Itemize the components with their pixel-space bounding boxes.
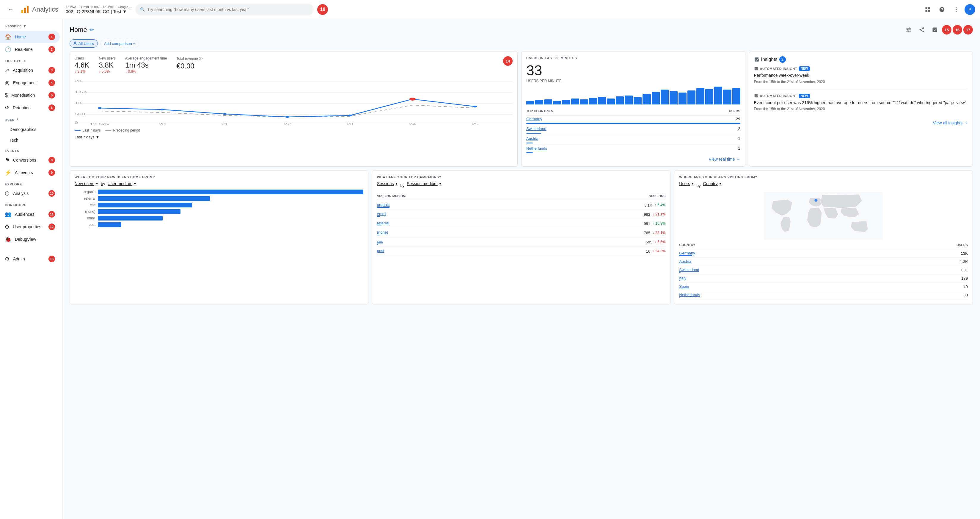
breadcrumb: 181WATT GmbH > 002 - 121WATT Google ... (66, 5, 132, 9)
home-icon: 🏠 (5, 34, 11, 40)
sidebar-item-userprops[interactable]: ⊙ User properties 12 (0, 220, 60, 233)
badge-15: 15 (942, 25, 951, 35)
help-icon[interactable] (936, 3, 948, 16)
svg-point-28 (160, 109, 164, 110)
search-icon: 🔍 (140, 7, 145, 11)
campaign-medium[interactable]: cpc (377, 239, 383, 244)
sidebar-badge-acquisition: 3 (48, 67, 55, 73)
sidebar-item-realtime[interactable]: 🕐 Real-time 2 (0, 43, 60, 56)
acquisition-icon: ↗ (5, 67, 9, 73)
page-title: Home ✏ (70, 26, 94, 34)
customize-icon[interactable] (903, 24, 915, 36)
content-area: Home ✏ 15 16 17 A All (62, 19, 980, 519)
svg-point-29 (223, 113, 227, 115)
grid-icon[interactable] (922, 3, 934, 16)
avatar[interactable]: P (964, 4, 975, 15)
realtime-bar (723, 89, 731, 104)
geo-country[interactable]: Switzerland (679, 268, 699, 272)
insights-toggle-icon[interactable] (929, 24, 941, 36)
view-all-insights-link[interactable]: View all insights → (754, 121, 968, 125)
new-users-dropdown[interactable]: New users ▼ by User medium ▼ (75, 181, 363, 186)
sidebar-item-demographics[interactable]: Demographics (0, 124, 60, 135)
country-name[interactable]: Austria (526, 136, 538, 141)
page-edit-icon[interactable]: ✏ (89, 27, 94, 33)
userprops-icon: ⊙ (5, 224, 9, 230)
bar-fill (98, 216, 163, 220)
realtime-card: USERS IN LAST 30 MINUTES 33 USERS PER MI… (521, 51, 745, 167)
sidebar-item-acquisition[interactable]: ↗ Acquisition 3 (0, 64, 60, 77)
campaign-change: ↓ 5.5% (655, 240, 666, 244)
bar-label: (none) (75, 209, 95, 214)
countries-table: TOP COUNTRIES USERS Germany 29 Switzerla… (526, 109, 740, 153)
all-users-filter[interactable]: A All Users (70, 39, 98, 48)
sidebar-item-monetisation[interactable]: $ Monetisation 5 (0, 89, 60, 102)
campaign-medium[interactable]: email (377, 212, 386, 216)
bar-track (98, 216, 363, 220)
search-input[interactable] (147, 7, 309, 12)
campaign-medium[interactable]: (none) (377, 230, 388, 235)
sidebar-item-retention[interactable]: ↺ Retention 6 (0, 102, 60, 114)
sidebar-item-home[interactable]: 🏠 Home 1 (0, 30, 60, 43)
new-users-bar-row: referral (75, 196, 363, 201)
geo-country[interactable]: Netherlands (679, 292, 700, 297)
sidebar-badge-user: 7 (17, 118, 22, 123)
campaign-medium[interactable]: referral (377, 221, 389, 225)
campaign-medium[interactable]: organic (377, 202, 390, 207)
chart-period-selector[interactable]: Last 7 days ▼ (75, 135, 512, 139)
property-selector[interactable]: 002 | G-2P3NL95LCG | Test ▼ (66, 9, 132, 14)
reporting-dropdown[interactable]: Reporting ▼ (0, 21, 62, 30)
sidebar-item-analysis[interactable]: ⬡ Analysis 10 (0, 187, 60, 200)
session-medium-dropdown[interactable]: Session medium ▼ (407, 181, 442, 186)
sidebar-item-conversions[interactable]: ⚑ Conversions 8 (0, 154, 60, 166)
app-logo: Analytics (20, 5, 58, 14)
users-dropdown[interactable]: Users ▼ (679, 181, 694, 186)
sidebar-item-tech[interactable]: Tech (0, 135, 60, 145)
admin-icon: ⚙ (5, 256, 10, 262)
sessions-dropdown[interactable]: Sessions ▼ (377, 181, 398, 186)
filter-bar: A All Users Add comparison + (62, 38, 980, 51)
sidebar-item-engagement[interactable]: ◎ Engagement 4 (0, 77, 60, 89)
sidebar-badge-userprops: 12 (48, 224, 55, 230)
insight-title: Performance week-over-week (754, 73, 968, 78)
geo-country[interactable]: Italy (679, 276, 686, 280)
add-comparison-button[interactable]: Add comparison + (100, 40, 140, 47)
country-name[interactable]: Germany (526, 117, 542, 121)
campaign-medium[interactable]: post (377, 249, 385, 253)
geo-row: Spain 49 (679, 283, 968, 291)
search-bar[interactable]: 🔍 (135, 3, 314, 16)
share-icon[interactable] (916, 24, 928, 36)
geo-country[interactable]: Austria (679, 259, 691, 263)
metrics-row: Users 4.6K ↓ 3.1% New users 3.8K ↓ 5.0% … (75, 56, 512, 73)
new-badge: New (799, 66, 810, 71)
campaign-value: 595 (646, 240, 652, 244)
bar-label: email (75, 216, 95, 220)
main-layout: Reporting ▼ 🏠 Home 1 🕐 Real-time 2 LIFE … (0, 19, 980, 519)
svg-text:21: 21 (221, 123, 228, 126)
bar-fill (98, 222, 121, 227)
sidebar-item-audiences[interactable]: 👥 Audiences 11 (0, 208, 60, 220)
bar-label: cpc (75, 203, 95, 207)
world-map (679, 192, 968, 240)
realtime-bar (526, 101, 534, 105)
geo-country[interactable]: Spain (679, 284, 689, 289)
sidebar-item-debugview[interactable]: 🐞 DebugView (0, 233, 60, 246)
allevents-icon: ⚡ (5, 169, 11, 176)
monetisation-icon: $ (5, 92, 8, 99)
campaign-row: post 16 ↓ 54.3% (377, 247, 666, 256)
insights-icon (754, 57, 759, 62)
realtime-bar (607, 99, 615, 104)
country-name[interactable]: Switzerland (526, 126, 546, 131)
more-options-icon[interactable] (950, 3, 962, 16)
country-dropdown[interactable]: Country ▼ (703, 181, 722, 186)
debugview-icon: 🐞 (5, 236, 11, 243)
svg-text:23: 23 (347, 123, 353, 126)
notification-badge[interactable]: 18 (317, 4, 328, 15)
sidebar-item-admin[interactable]: ⚙ Admin 13 (0, 253, 60, 265)
sidebar-item-allevents[interactable]: ⚡ All events 9 (0, 166, 60, 179)
country-name[interactable]: Netherlands (526, 146, 547, 150)
back-button[interactable]: ← (5, 3, 17, 16)
view-realtime-link[interactable]: View real time → (526, 157, 740, 161)
geo-country[interactable]: Germany (679, 251, 695, 256)
realtime-bar (589, 98, 597, 105)
realtime-bar (670, 91, 678, 104)
